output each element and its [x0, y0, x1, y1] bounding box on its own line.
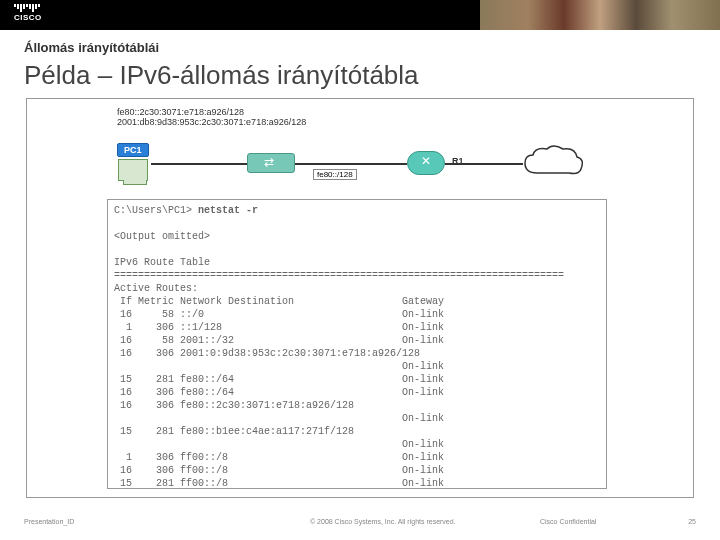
slide-subtitle: Állomás irányítótáblái	[24, 40, 159, 55]
content-frame: fe80::2c30:3071:e718:a926/128 2001:db8:9…	[26, 98, 694, 498]
wire-2	[295, 163, 407, 165]
page-number: 25	[688, 518, 696, 525]
separator-1: ========================================…	[114, 270, 564, 281]
route-row: 15 281 fe80::/64 On-link	[114, 374, 444, 385]
confidential-label: Cisco Confidential	[540, 518, 596, 525]
route-row: On-link	[114, 361, 444, 372]
ipv6-address-1: fe80::2c30:3071:e718:a926/128	[117, 107, 597, 117]
route-row: On-link	[114, 439, 444, 450]
cisco-logo-text: CISCO	[14, 13, 42, 22]
route-row: 16 306 2001:0:9d38:953c:2c30:3071:e718:a…	[114, 348, 420, 359]
route-row: 1 306 ff00::/8 On-link	[114, 452, 444, 463]
network-diagram: fe80::2c30:3071:e718:a926/128 2001:db8:9…	[117, 107, 597, 193]
network-label: fe80::/128	[313, 169, 357, 180]
header-bar: CISCO	[0, 0, 720, 30]
route-row: 16 58 ::/0 On-link	[114, 309, 444, 320]
terminal-prompt: C:\Users\PC1>	[114, 205, 198, 216]
wire-3	[445, 163, 523, 165]
switch-icon	[247, 153, 295, 173]
route-row: 16 306 fe80::2c30:3071:e718:a926/128	[114, 400, 354, 411]
route-row: 16 306 fe80::/64 On-link	[114, 387, 444, 398]
people-photo-strip	[480, 0, 720, 30]
cisco-logo: CISCO	[14, 4, 42, 22]
wire-1	[151, 163, 247, 165]
slide-title: Példa – IPv6-állomás irányítótábla	[24, 60, 419, 91]
route-row: 16 58 2001::/32 On-link	[114, 335, 444, 346]
route-row: 16 306 ff00::/8 On-link	[114, 465, 444, 476]
output-omitted-top: <Output omitted>	[114, 231, 210, 242]
route-row: 15 281 ff00::/8 On-link	[114, 478, 444, 489]
footer: Presentation_ID © 2008 Cisco Systems, In…	[0, 518, 720, 532]
router-icon: R1	[407, 151, 445, 175]
route-row: On-link	[114, 413, 444, 424]
ipv6-address-2: 2001:db8:9d38:953c:2c30:3071:e718:a926/1…	[117, 117, 597, 127]
route-table-heading: IPv6 Route Table	[114, 257, 210, 268]
presentation-id: Presentation_ID	[24, 518, 74, 525]
terminal-output: C:\Users\PC1> netstat -r <Output omitted…	[107, 199, 607, 489]
route-row: 1 306 ::1/128 On-link	[114, 322, 444, 333]
cloud-icon	[517, 143, 587, 181]
active-routes-label: Active Routes:	[114, 283, 198, 294]
pc-icon: PC1	[117, 139, 149, 181]
route-row: 15 281 fe80::b1ee:c4ae:a117:271f/128	[114, 426, 354, 437]
column-headers: If Metric Network Destination Gateway	[114, 296, 444, 307]
terminal-command: netstat -r	[198, 205, 258, 216]
copyright: © 2008 Cisco Systems, Inc. All rights re…	[310, 518, 456, 525]
pc-label: PC1	[117, 143, 149, 157]
